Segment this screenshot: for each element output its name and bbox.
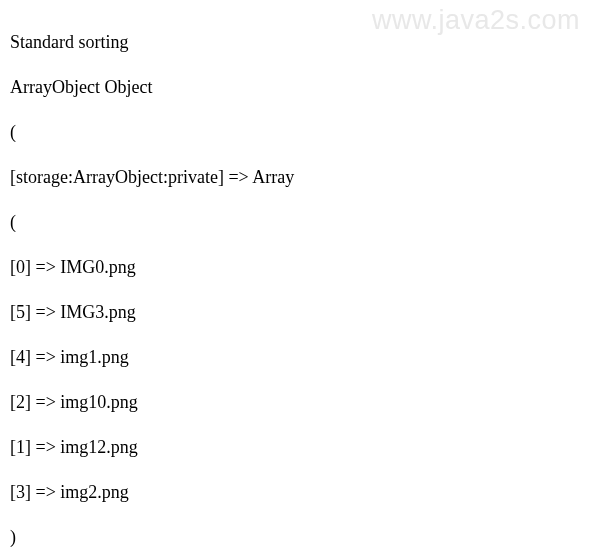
- text-line: [2] => img10.png: [10, 391, 594, 414]
- text-line: [3] => img2.png: [10, 481, 594, 504]
- text-line: [0] => IMG0.png: [10, 256, 594, 279]
- document-body: Standard sorting ArrayObject Object ( [s…: [0, 0, 604, 550]
- text-line: (: [10, 121, 594, 144]
- text-line: [1] => img12.png: [10, 436, 594, 459]
- text-line: ArrayObject Object: [10, 76, 594, 99]
- text-line: (: [10, 211, 594, 234]
- text-line: [4] => img1.png: [10, 346, 594, 369]
- text-line: [storage:ArrayObject:private] => Array: [10, 166, 594, 189]
- text-line: Standard sorting: [10, 31, 594, 54]
- text-line: [5] => IMG3.png: [10, 301, 594, 324]
- text-line: ): [10, 526, 594, 549]
